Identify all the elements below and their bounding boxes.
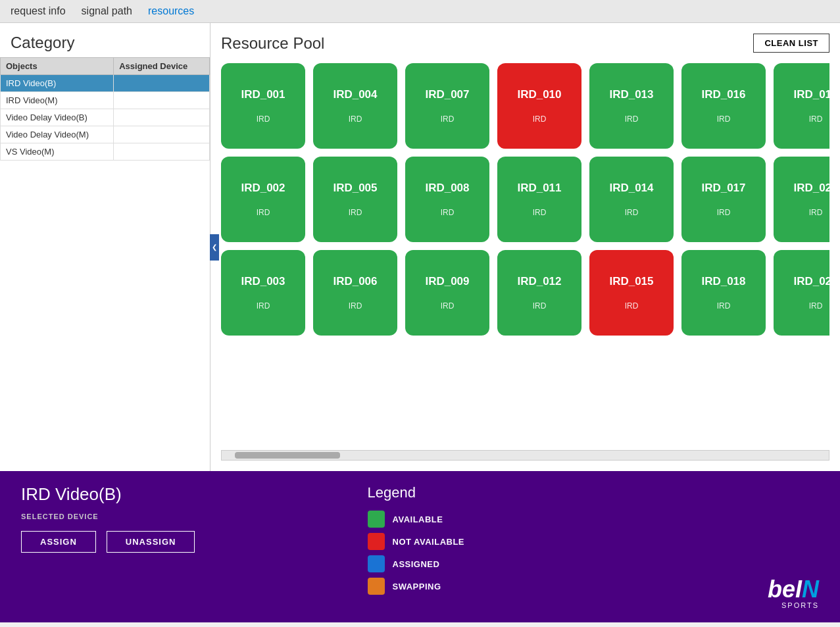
category-row[interactable]: Video Delay Video(M): [1, 126, 210, 143]
category-item-name: VS Video(M): [1, 143, 114, 161]
resource-card[interactable]: IRD_018IRD: [681, 250, 766, 336]
nav-signal-path[interactable]: signal path: [82, 5, 132, 17]
resource-card-type: IRD: [257, 114, 270, 124]
resource-card[interactable]: IRD_021IRD: [774, 250, 829, 336]
category-item-name: Video Delay Video(B): [1, 109, 114, 126]
category-row[interactable]: IRD Video(B): [1, 75, 210, 92]
bein-bei: beI: [768, 576, 802, 603]
category-list: IRD Video(B)IRD Video(M)Video Delay Vide…: [1, 75, 210, 161]
resource-card-type: IRD: [441, 208, 455, 217]
resource-card-name: IRD_015: [609, 275, 653, 288]
resource-card-name: IRD_008: [425, 182, 469, 195]
resource-card-name: IRD_005: [333, 182, 377, 195]
resource-card-type: IRD: [257, 301, 270, 311]
resource-card-name: IRD_011: [517, 182, 561, 195]
resource-card[interactable]: IRD_020IRD: [774, 157, 829, 242]
resource-card-name: IRD_002: [241, 182, 285, 195]
scrollbar-area[interactable]: [221, 450, 829, 461]
resource-card[interactable]: IRD_012IRD: [497, 250, 581, 336]
resource-card[interactable]: IRD_017IRD: [681, 157, 766, 242]
resource-card[interactable]: IRD_001IRD: [221, 63, 305, 149]
nav-request-info[interactable]: request info: [11, 5, 66, 17]
bottom-left: IRD Video(B) SELECTED DEVICE ASSIGN UNAS…: [21, 484, 328, 609]
resource-card[interactable]: IRD_016IRD: [681, 63, 766, 149]
clean-list-button[interactable]: CLEAN LIST: [753, 34, 829, 53]
resource-card-type: IRD: [809, 301, 823, 311]
resource-card-type: IRD: [717, 301, 731, 311]
category-row[interactable]: Video Delay Video(B): [1, 109, 210, 126]
category-title: Category: [0, 23, 210, 57]
resource-card-type: IRD: [257, 208, 270, 217]
legend-item: AVAILABLE: [368, 511, 675, 528]
resource-card[interactable]: IRD_011IRD: [497, 157, 581, 242]
legend-item: NOT AVAILABLE: [368, 533, 675, 550]
category-item-assigned: [114, 75, 210, 92]
collapse-toggle[interactable]: ❮: [210, 234, 219, 261]
resource-card[interactable]: IRD_013IRD: [589, 63, 674, 149]
resource-card-type: IRD: [441, 301, 455, 311]
legend-title: Legend: [368, 484, 675, 501]
resource-card[interactable]: IRD_015IRD: [589, 250, 674, 336]
assign-button[interactable]: ASSIGN: [21, 531, 96, 553]
legend-color-box: [368, 578, 385, 595]
resource-card-type: IRD: [717, 114, 731, 124]
category-item-assigned: [114, 92, 210, 109]
resource-card[interactable]: IRD_007IRD: [405, 63, 489, 149]
resource-card-name: IRD_019: [793, 88, 829, 101]
resource-card[interactable]: IRD_010IRD: [497, 63, 581, 149]
objects-table: Objects Assigned Device IRD Video(B)IRD …: [0, 57, 210, 161]
resource-card-name: IRD_004: [333, 88, 377, 101]
pool-title: Resource Pool: [221, 34, 324, 53]
legend-color-box: [368, 555, 385, 572]
resource-card[interactable]: IRD_008IRD: [405, 157, 489, 242]
resource-card[interactable]: IRD_004IRD: [313, 63, 397, 149]
resource-card-name: IRD_016: [701, 88, 745, 101]
resource-card-type: IRD: [349, 208, 362, 217]
resource-card-name: IRD_020: [793, 182, 829, 195]
legend-color-box: [368, 511, 385, 528]
resource-card[interactable]: IRD_014IRD: [589, 157, 674, 242]
category-row[interactable]: VS Video(M): [1, 143, 210, 161]
resource-card-type: IRD: [809, 208, 823, 217]
bottom-section-title: IRD Video(B): [21, 484, 328, 505]
scrollbar-thumb[interactable]: [235, 452, 340, 459]
category-item-name: IRD Video(B): [1, 75, 114, 92]
top-navigation: request infosignal pathresources: [0, 0, 840, 23]
bein-n: N: [802, 576, 819, 603]
resource-card[interactable]: IRD_003IRD: [221, 250, 305, 336]
resource-card-name: IRD_010: [517, 88, 561, 101]
right-header: Resource Pool CLEAN LIST: [221, 34, 829, 53]
resource-card-name: IRD_012: [517, 275, 561, 288]
nav-resources[interactable]: resources: [148, 5, 194, 17]
left-panel: Category Objects Assigned Device IRD Vid…: [0, 23, 210, 471]
legend-color-box: [368, 533, 385, 550]
category-item-assigned: [114, 143, 210, 161]
col-objects: Objects: [1, 58, 114, 75]
resource-card[interactable]: IRD_019IRD: [774, 63, 829, 149]
resource-card-type: IRD: [625, 114, 639, 124]
category-item-name: Video Delay Video(M): [1, 126, 114, 143]
resource-card-type: IRD: [533, 114, 547, 124]
resource-card-type: IRD: [625, 208, 639, 217]
unassign-button[interactable]: UNASSIGN: [107, 531, 195, 553]
resource-card-name: IRD_017: [701, 182, 745, 195]
resource-grid-wrapper[interactable]: IRD_001IRDIRD_004IRDIRD_007IRDIRD_010IRD…: [221, 63, 829, 447]
resource-card-type: IRD: [349, 114, 362, 124]
category-row[interactable]: IRD Video(M): [1, 92, 210, 109]
resource-card[interactable]: IRD_002IRD: [221, 157, 305, 242]
resource-card[interactable]: IRD_009IRD: [405, 250, 489, 336]
selected-device-label: SELECTED DEVICE: [21, 513, 328, 520]
resource-card-type: IRD: [533, 301, 547, 311]
bein-logo-text: beIN: [768, 578, 819, 601]
resource-card-name: IRD_006: [333, 275, 377, 288]
resource-card-type: IRD: [717, 208, 731, 217]
legend-label: NOT AVAILABLE: [393, 537, 465, 547]
resource-card-name: IRD_013: [609, 88, 653, 101]
resource-card[interactable]: IRD_005IRD: [313, 157, 397, 242]
resource-card-type: IRD: [441, 114, 455, 124]
resource-card-name: IRD_003: [241, 275, 285, 288]
main-area: Category Objects Assigned Device IRD Vid…: [0, 23, 840, 471]
resource-card[interactable]: IRD_006IRD: [313, 250, 397, 336]
resource-card-name: IRD_001: [241, 88, 285, 101]
resource-card-name: IRD_018: [701, 275, 745, 288]
